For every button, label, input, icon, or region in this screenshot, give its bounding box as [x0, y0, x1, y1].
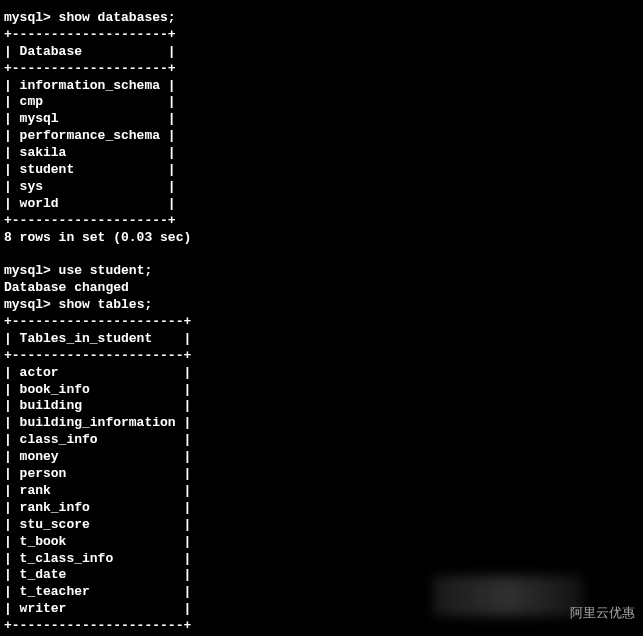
mysql-prompt: mysql>: [4, 263, 51, 278]
table-border: +----------------------+: [4, 618, 639, 635]
mysql-prompt: mysql>: [4, 297, 51, 312]
table-row: | student |: [4, 162, 639, 179]
table-header: | Tables_in_student |: [4, 331, 639, 348]
watermark-text: 阿里云优惠: [570, 605, 635, 622]
table-row: | t_class_info |: [4, 551, 639, 568]
table-row: | mysql |: [4, 111, 639, 128]
table-row: | performance_schema |: [4, 128, 639, 145]
command-text: show tables;: [51, 297, 152, 312]
table-row: | sakila |: [4, 145, 639, 162]
table-row: | person |: [4, 466, 639, 483]
command-line-1: mysql> show databases;: [4, 10, 639, 27]
table-row: | rank |: [4, 483, 639, 500]
result-message: Database changed: [4, 280, 639, 297]
mysql-prompt: mysql>: [4, 10, 51, 25]
table-row: | class_info |: [4, 432, 639, 449]
terminal-output: mysql> show databases; +----------------…: [4, 10, 639, 636]
table-border: +----------------------+: [4, 348, 639, 365]
table-row: | world |: [4, 196, 639, 213]
watermark-blur: [433, 576, 583, 616]
table-row: | actor |: [4, 365, 639, 382]
table-border: +--------------------+: [4, 61, 639, 78]
table-row: | rank_info |: [4, 500, 639, 517]
table-border: +----------------------+: [4, 314, 639, 331]
command-line-2: mysql> use student;: [4, 263, 639, 280]
table-row: | book_info |: [4, 382, 639, 399]
table-row: | sys |: [4, 179, 639, 196]
command-text: show databases;: [51, 10, 176, 25]
result-footer: 8 rows in set (0.03 sec): [4, 230, 639, 247]
table-border: +--------------------+: [4, 213, 639, 230]
table-row: | money |: [4, 449, 639, 466]
table-header: | Database |: [4, 44, 639, 61]
table-row: | building_information |: [4, 415, 639, 432]
table-row: | building |: [4, 398, 639, 415]
table-row: | t_book |: [4, 534, 639, 551]
table-row: | information_schema |: [4, 78, 639, 95]
table-row: | cmp |: [4, 94, 639, 111]
table-row: | stu_score |: [4, 517, 639, 534]
table-border: +--------------------+: [4, 27, 639, 44]
blank-line: [4, 246, 639, 263]
command-text: use student;: [51, 263, 152, 278]
command-line-3: mysql> show tables;: [4, 297, 639, 314]
